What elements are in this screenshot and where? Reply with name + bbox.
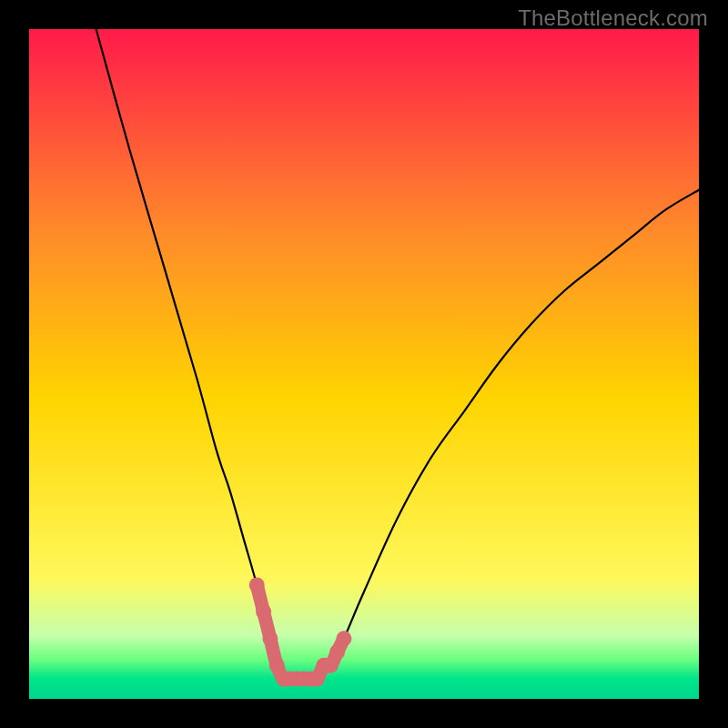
chart-frame: TheBottleneck.com — [0, 0, 728, 728]
highlight-dot — [249, 577, 265, 592]
highlight-dot — [269, 658, 285, 673]
highlight-dot — [336, 631, 351, 646]
plot-area — [29, 29, 699, 699]
watermark-text: TheBottleneck.com — [518, 5, 708, 31]
highlight-dot — [323, 658, 339, 673]
highlight-dot — [262, 631, 278, 646]
highlight-dot — [256, 604, 271, 620]
gradient-background — [29, 29, 699, 699]
highlight-dot — [329, 644, 345, 660]
chart-svg — [29, 29, 699, 699]
highlight-dot — [309, 671, 325, 686]
